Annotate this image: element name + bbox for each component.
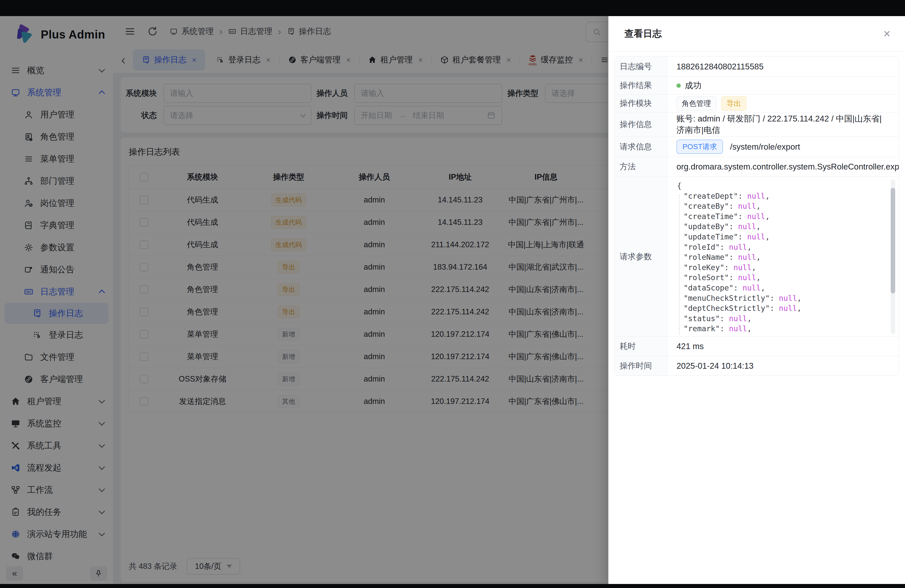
close-icon[interactable]: × bbox=[883, 28, 891, 40]
bottom-frame-bar bbox=[0, 584, 905, 588]
request-url: /system/role/export bbox=[730, 142, 800, 152]
json-line: createBynull bbox=[677, 201, 881, 211]
log-id-value: 1882612840802115585 bbox=[667, 57, 899, 76]
screen: Plus Admin 概览 系统管理 用户管理 bbox=[0, 0, 905, 588]
detail-row-result: 操作结果 成功 bbox=[614, 76, 899, 94]
log-detail-table: 日志编号 1882612840802115585 操作结果 成功 操作模块 角色… bbox=[614, 56, 899, 376]
operation-info-value: 账号: admin / 研发部门 / 222.175.114.242 / 中国|… bbox=[667, 113, 899, 137]
drawer-title: 查看日志 bbox=[624, 27, 662, 40]
module-tag: 角色管理 bbox=[676, 96, 716, 111]
detail-row-method: 方法 org.dromara.system.controller.system.… bbox=[614, 157, 899, 176]
json-line: updateTimenull bbox=[677, 232, 881, 242]
json-line: menuCheckStrictlynull bbox=[677, 293, 881, 304]
json-line: updateBynull bbox=[677, 222, 881, 232]
modal-overlay[interactable] bbox=[0, 16, 608, 584]
indent-guide bbox=[679, 195, 680, 334]
duration-value: 421 ms bbox=[667, 337, 899, 356]
detail-row-module: 操作模块 角色管理 导出 bbox=[614, 94, 899, 112]
top-frame-bar bbox=[0, 0, 905, 16]
json-line: deptCheckStrictlynull bbox=[677, 303, 881, 314]
http-method-tag: POST请求 bbox=[676, 140, 723, 154]
json-open-brace: { bbox=[677, 181, 881, 191]
json-line: roleNamenull bbox=[677, 252, 881, 262]
detail-row-duration: 耗时 421 ms bbox=[614, 337, 899, 356]
log-detail-drawer: 查看日志 × 日志编号 1882612840802115585 操作结果 成功 … bbox=[608, 16, 905, 584]
scrollbar-thumb[interactable] bbox=[891, 188, 895, 294]
op-time-value: 2025-01-24 10:14:13 bbox=[667, 356, 899, 375]
json-line: statusnull bbox=[677, 314, 881, 324]
detail-row-op-time: 操作时间 2025-01-24 10:14:13 bbox=[614, 356, 899, 375]
success-dot bbox=[676, 84, 681, 88]
detail-row-request: 请求信息 POST请求 /system/role/export bbox=[614, 137, 899, 157]
drawer-header: 查看日志 × bbox=[608, 16, 905, 52]
json-line: roleIdnull bbox=[677, 242, 881, 253]
result-value: 成功 bbox=[685, 80, 701, 91]
detail-row-info: 操作信息 账号: admin / 研发部门 / 222.175.114.242 … bbox=[614, 112, 899, 137]
json-line: remarknull bbox=[677, 324, 881, 334]
detail-row-log-id: 日志编号 1882612840802115585 bbox=[614, 57, 899, 76]
json-line: dataScopenull bbox=[677, 283, 881, 293]
op-type-tag: 导出 bbox=[721, 96, 746, 111]
method-value: org.dromara.system.controller.system.Sys… bbox=[667, 157, 899, 176]
json-line: roleKeynull bbox=[677, 262, 881, 273]
request-params-json: { createDeptnullcreateBynullcreateTimenu… bbox=[667, 177, 899, 337]
json-line: createDeptnull bbox=[677, 191, 881, 202]
detail-row-params: 请求参数 { createDeptnullcreateBynullcreateT… bbox=[614, 176, 899, 337]
json-line: roleSortnull bbox=[677, 273, 881, 283]
json-line: createTimenull bbox=[677, 211, 881, 222]
